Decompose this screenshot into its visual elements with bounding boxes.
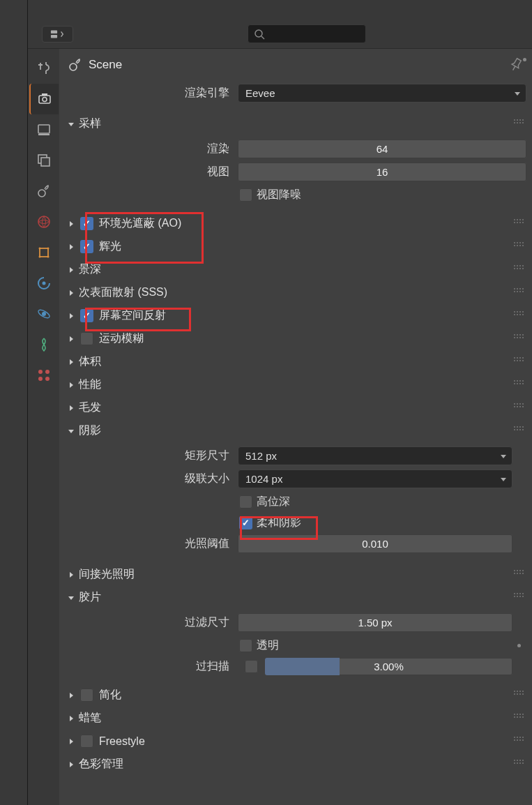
svg-point-2 (255, 30, 262, 37)
panel-performance-title: 性能 (79, 377, 101, 392)
drag-grip-icon[interactable] (514, 219, 524, 226)
soft-shadows-checkbox[interactable] (239, 516, 252, 529)
panel-sampling-title: 采样 (79, 116, 101, 131)
svg-point-14 (38, 248, 40, 250)
panel-simplify-header[interactable]: 简化 (65, 684, 526, 707)
panel-sss-header[interactable]: 次表面散射 (SSS) (65, 281, 526, 304)
cascade-size-label: 级联大小 (65, 472, 238, 486)
editor-type-selector[interactable] (42, 26, 73, 43)
panel-indirect-header[interactable]: 间接光照明 (65, 563, 526, 586)
disclosure-right-icon (66, 219, 76, 229)
drag-grip-icon[interactable] (514, 593, 524, 600)
light-threshold-input[interactable]: 0.010 (238, 534, 512, 553)
overscan-slider[interactable]: 3.00% (265, 658, 512, 675)
filter-size-input[interactable]: 1.50 px (238, 613, 512, 632)
render-engine-label: 渲染引擎 (65, 86, 238, 100)
breadcrumb: Scene (65, 53, 526, 82)
drag-grip-icon[interactable] (514, 714, 524, 721)
panel-shadows-header[interactable]: 阴影 (65, 419, 526, 442)
disclosure-right-icon (66, 380, 76, 390)
tab-viewlayer[interactable] (29, 145, 59, 176)
svg-point-24 (45, 377, 50, 381)
breadcrumb-scene-name: Scene (89, 58, 122, 72)
tab-object[interactable] (29, 237, 59, 268)
transparent-checkbox[interactable] (239, 639, 252, 652)
drag-grip-icon[interactable] (514, 426, 524, 433)
anim-indicator-icon[interactable] (523, 58, 526, 61)
viewport-denoise-row: 视图降噪 (65, 184, 526, 205)
svg-point-19 (42, 312, 46, 316)
drag-grip-icon[interactable] (514, 334, 524, 341)
panel-hair-header[interactable]: 毛发 (65, 396, 526, 419)
drag-grip-icon[interactable] (514, 119, 524, 126)
properties-tabs (28, 49, 59, 805)
tab-scene[interactable] (29, 176, 59, 206)
tab-world[interactable] (29, 206, 59, 237)
ao-checkbox[interactable] (80, 217, 93, 230)
tab-constraints[interactable] (29, 329, 59, 360)
tab-modifiers[interactable] (29, 268, 59, 299)
panel-ssr-header[interactable]: 屏幕空间反射 (65, 304, 526, 327)
drag-grip-icon[interactable] (514, 380, 524, 387)
drag-grip-icon[interactable] (514, 357, 524, 364)
drag-grip-icon[interactable] (514, 311, 524, 318)
panel-freestyle-header[interactable]: Freestyle (65, 730, 526, 753)
properties-editor: Scene 渲染引擎 Eevee 采样 渲染 64 视图 (28, 0, 532, 805)
svg-rect-13 (40, 248, 48, 257)
drag-grip-icon[interactable] (514, 760, 524, 767)
drag-grip-icon[interactable] (514, 691, 524, 698)
viewport-edge (0, 0, 28, 805)
panel-volumetrics-header[interactable]: 体积 (65, 350, 526, 373)
high-bitdepth-checkbox[interactable] (239, 495, 252, 509)
panel-film-header[interactable]: 胶片 (65, 586, 526, 609)
tab-physics[interactable] (29, 299, 59, 329)
anim-indicator-icon[interactable] (517, 644, 521, 647)
editor-header (28, 0, 532, 49)
disclosure-down-icon (66, 426, 76, 436)
panel-gpencil-header[interactable]: 蜡笔 (65, 707, 526, 730)
disclosure-right-icon (66, 760, 76, 769)
freestyle-checkbox[interactable] (80, 735, 93, 748)
drag-grip-icon[interactable] (514, 570, 524, 577)
cube-size-dropdown[interactable]: 512 px (238, 446, 512, 465)
simplify-checkbox[interactable] (80, 689, 93, 702)
viewport-samples-input[interactable]: 16 (238, 163, 526, 181)
tab-tool[interactable] (29, 53, 59, 84)
drag-grip-icon[interactable] (514, 737, 524, 744)
panel-performance-header[interactable]: 性能 (65, 373, 526, 396)
light-threshold-label: 光照阈值 (65, 536, 238, 551)
render-engine-dropdown[interactable]: Eevee (238, 84, 526, 103)
pin-icon[interactable] (508, 57, 524, 73)
panel-motion-blur-header[interactable]: 运动模糊 (65, 327, 526, 350)
overscan-checkbox[interactable] (245, 660, 258, 673)
panel-ao-header[interactable]: 环境光遮蔽 (AO) (65, 212, 526, 235)
drag-grip-icon[interactable] (514, 265, 524, 272)
disclosure-right-icon (66, 242, 76, 252)
tab-output[interactable] (29, 114, 59, 145)
drag-grip-icon[interactable] (514, 242, 524, 249)
render-engine-row: 渲染引擎 Eevee (65, 82, 526, 103)
search-input[interactable] (248, 24, 366, 43)
tab-material[interactable] (29, 360, 59, 391)
svg-point-22 (45, 370, 50, 374)
panel-film-title: 胶片 (79, 590, 101, 605)
panel-color-mgmt-header[interactable]: 色彩管理 (65, 753, 526, 776)
tab-render[interactable] (29, 84, 59, 114)
transparent-label: 透明 (257, 638, 279, 653)
panel-ao-title: 环境光遮蔽 (AO) (99, 216, 181, 231)
bloom-checkbox[interactable] (80, 240, 93, 253)
cascade-size-dropdown[interactable]: 1024 px (238, 469, 512, 488)
panel-bloom-title: 辉光 (99, 239, 121, 254)
render-samples-input[interactable]: 64 (238, 140, 526, 158)
svg-rect-0 (50, 30, 56, 33)
panel-bloom-header[interactable]: 辉光 (65, 235, 526, 258)
drag-grip-icon[interactable] (514, 288, 524, 295)
motion-blur-checkbox[interactable] (80, 332, 93, 345)
svg-rect-5 (42, 93, 47, 96)
panel-sampling-header[interactable]: 采样 (65, 112, 526, 135)
drag-grip-icon[interactable] (514, 403, 524, 410)
ssr-checkbox[interactable] (80, 309, 93, 322)
panel-dof-header[interactable]: 景深 (65, 258, 526, 281)
viewport-denoise-checkbox[interactable] (239, 188, 252, 202)
panel-freestyle-title: Freestyle (99, 735, 145, 748)
